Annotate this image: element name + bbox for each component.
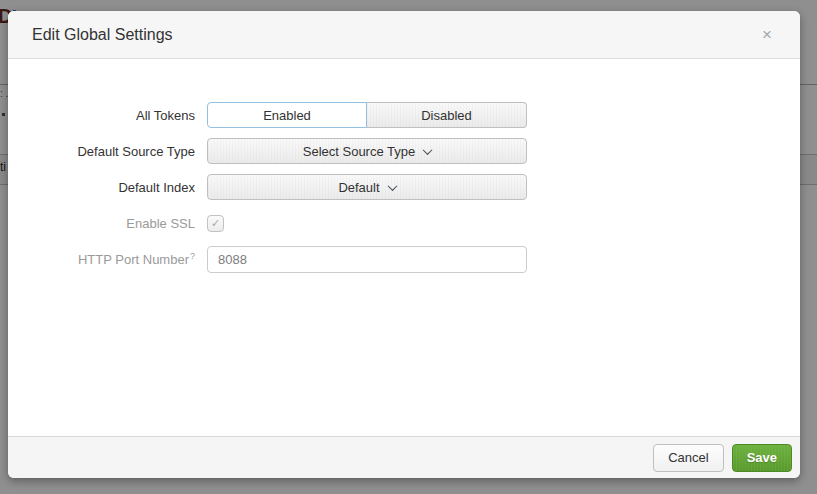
http-port-input xyxy=(207,246,527,273)
all-tokens-disabled-button[interactable]: Disabled xyxy=(367,102,527,128)
screen: D : . ti Edit Global Settings × All Toke… xyxy=(0,0,817,494)
enable-ssl-label: Enable SSL xyxy=(8,216,195,231)
cancel-button[interactable]: Cancel xyxy=(653,444,723,472)
default-index-label: Default Index xyxy=(8,180,195,195)
save-button[interactable]: Save xyxy=(732,444,792,472)
chevron-down-icon xyxy=(423,145,433,155)
dialog-body: All Tokens Enabled Disabled Default Sour… xyxy=(8,59,800,436)
all-tokens-toggle: Enabled Disabled xyxy=(207,102,527,128)
default-index-dropdown[interactable]: Default xyxy=(207,174,527,200)
edit-global-settings-dialog: Edit Global Settings × All Tokens Enable… xyxy=(8,11,800,478)
http-port-row: HTTP Port Number? xyxy=(8,246,776,273)
help-marker: ? xyxy=(190,251,195,261)
all-tokens-enabled-button[interactable]: Enabled xyxy=(207,102,367,128)
default-source-type-label: Default Source Type xyxy=(8,144,195,159)
default-index-row: Default Index Default xyxy=(8,174,776,200)
http-port-label: HTTP Port Number? xyxy=(8,251,195,267)
chevron-down-icon xyxy=(387,181,397,191)
dialog-footer: Cancel Save xyxy=(8,436,800,478)
enable-ssl-checkbox: ✓ xyxy=(207,215,224,232)
close-icon[interactable]: × xyxy=(758,22,776,47)
default-source-type-value: Select Source Type xyxy=(303,144,416,159)
enable-ssl-row: Enable SSL ✓ xyxy=(8,210,776,236)
all-tokens-row: All Tokens Enabled Disabled xyxy=(8,102,776,128)
default-index-value: Default xyxy=(338,180,379,195)
default-source-type-row: Default Source Type Select Source Type xyxy=(8,138,776,164)
all-tokens-label: All Tokens xyxy=(8,108,195,123)
dialog-header: Edit Global Settings × xyxy=(8,11,800,59)
default-source-type-dropdown[interactable]: Select Source Type xyxy=(207,138,527,164)
dialog-title: Edit Global Settings xyxy=(32,26,173,44)
